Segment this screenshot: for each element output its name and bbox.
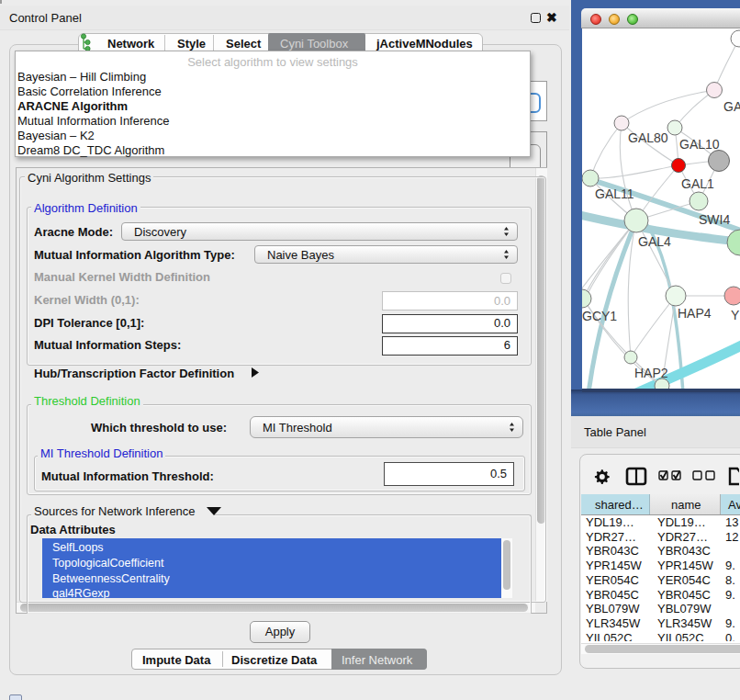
svg-text:GAL10: GAL10 xyxy=(679,137,720,152)
svg-text:GAL11: GAL11 xyxy=(595,186,634,201)
svg-text:SWI4: SWI4 xyxy=(699,212,730,227)
svg-text:GAL4: GAL4 xyxy=(638,234,671,249)
svg-text:GAL1: GAL1 xyxy=(681,176,714,191)
svg-text:GAL8: GAL8 xyxy=(723,99,740,114)
svg-text:HAP2: HAP2 xyxy=(634,366,668,380)
svg-text:HAP4: HAP4 xyxy=(678,306,712,321)
svg-text:Y: Y xyxy=(731,308,740,322)
svg-text:GCY1: GCY1 xyxy=(582,309,617,323)
svg-text:GAL80: GAL80 xyxy=(628,130,668,145)
